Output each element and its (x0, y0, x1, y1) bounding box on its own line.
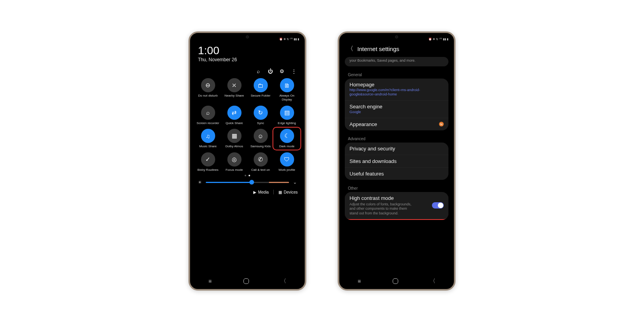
tile-bixby-routines[interactable]: ✓Bixby Routines (196, 152, 220, 172)
section-label-advanced: Advanced (345, 134, 448, 143)
tile-call-text[interactable]: ✆Call & text on (248, 152, 273, 172)
brightness-row: ☀ ⌄ (192, 176, 302, 187)
media-button[interactable]: ▶ Media (253, 190, 269, 194)
tile-dnd[interactable]: ⊖Do not disturb (196, 78, 220, 101)
nav-bar: ≡ 〈 (192, 276, 302, 287)
clock-date: Thu, November 26 (198, 57, 297, 62)
brightness-thumb[interactable] (249, 180, 254, 185)
power-icon[interactable]: ⏻ (267, 68, 273, 74)
tile-bixby-routines-icon[interactable]: ✓ (201, 152, 215, 166)
row-sites-downloads[interactable]: Sites and downloads (345, 155, 448, 167)
search-icon[interactable]: ⌕ (255, 68, 262, 74)
tile-secure-folder-icon[interactable]: 🗀 (254, 78, 268, 92)
brightness-slider[interactable] (206, 182, 289, 183)
tile-aod-label: Always On Display (275, 94, 299, 101)
quick-settings-grid: ⊖Do not disturb⤫Nearby Share🗀Secure Fold… (192, 76, 302, 172)
devices-button[interactable]: ▦ Devices (278, 190, 298, 194)
tile-dolby-atmos-label: Dolby Atmos (225, 145, 243, 148)
tile-edge-lighting-label: Edge lighting (278, 121, 296, 125)
tile-aod[interactable]: 🗎Always On Display (274, 78, 299, 101)
tile-samsung-kids-icon[interactable]: ☺ (254, 129, 268, 143)
tile-dnd-icon[interactable]: ⊖ (201, 78, 215, 92)
tile-edge-lighting[interactable]: ▤Edge lighting (274, 106, 299, 125)
home-button[interactable] (243, 278, 249, 284)
tile-bixby-routines-label: Bixby Routines (198, 168, 218, 172)
tile-nearby-share-label: Nearby Share (225, 94, 244, 98)
tile-quick-share[interactable]: ⇄Quick Share (222, 106, 247, 125)
chevron-down-icon[interactable]: ⌄ (293, 179, 297, 185)
tile-aod-icon[interactable]: 🗎 (280, 78, 294, 92)
tile-secure-folder-label: Secure Folder (251, 94, 270, 98)
row-search-engine[interactable]: Search engine Google (345, 100, 448, 118)
tile-sync-label: Sync (257, 121, 264, 125)
tile-music-share-label: Music Share (199, 145, 216, 148)
tile-screen-recorder-label: Screen recorder (197, 121, 219, 125)
tile-screen-recorder[interactable]: ⌕Screen recorder (196, 106, 220, 125)
row-title: High contrast mode (349, 195, 432, 201)
page-title: Internet settings (357, 46, 399, 52)
tile-work-profile[interactable]: 🛡Work profile (274, 152, 299, 172)
tile-sync-icon[interactable]: ↻ (254, 106, 268, 120)
home-button[interactable] (393, 278, 398, 284)
tile-focus-mode[interactable]: ◎Focus mode (222, 152, 247, 172)
row-appearance[interactable]: Appearance N (345, 118, 448, 130)
row-title: Search engine (349, 104, 444, 110)
tile-dark-mode-icon[interactable]: ☾ (280, 129, 294, 143)
tile-dnd-label: Do not disturb (198, 94, 218, 98)
tile-samsung-kids[interactable]: ☺Samsung Kids (248, 129, 273, 148)
new-badge-icon: N (439, 122, 444, 126)
more-icon[interactable]: ⋮ (291, 68, 297, 74)
media-label: Media (258, 190, 269, 194)
tile-quick-share-label: Quick Share (225, 121, 243, 125)
row-privacy-security[interactable]: Privacy and security (345, 143, 448, 155)
tile-call-text-icon[interactable]: ✆ (254, 152, 268, 166)
row-subtitle: http://www.google.com/m?client=ms-androi… (349, 88, 444, 97)
recents-button[interactable]: ≡ (209, 278, 212, 284)
phone-quick-settings: ⏰ ✻ ⇅ ᴸᵀᴱ ▮▮ ▮ 1:00 Thu, November 26 ⌕ ⏻… (188, 31, 306, 291)
row-high-contrast[interactable]: High contrast mode Adjust the colors of … (345, 192, 448, 220)
row-title: Useful features (349, 171, 444, 177)
tile-work-profile-icon[interactable]: 🛡 (280, 152, 294, 166)
row-title: Appearance (349, 121, 439, 127)
devices-label: Devices (284, 190, 298, 194)
settings-scroll[interactable]: your Bookmarks, Saved pages, and more. G… (342, 57, 452, 276)
row-subtitle: Google (349, 110, 444, 115)
status-icons: ⏰ ✻ ⇅ ᴸᵀᴱ ▮▮ ▮ (279, 38, 299, 41)
tile-music-share[interactable]: ♫Music Share (196, 129, 220, 148)
row-homepage[interactable]: Homepage http://www.google.com/m?client=… (345, 79, 448, 100)
front-camera (246, 35, 249, 38)
high-contrast-toggle[interactable] (432, 202, 444, 209)
row-title: Homepage (349, 82, 444, 88)
back-icon[interactable]: 〈 (347, 45, 353, 53)
tile-screen-recorder-icon[interactable]: ⌕ (201, 106, 215, 120)
separator (273, 190, 274, 194)
recents-button[interactable]: ≡ (358, 278, 361, 284)
sync-account-description: your Bookmarks, Saved pages, and more. (345, 57, 448, 66)
tile-dark-mode[interactable]: ☾Dark mode (274, 129, 299, 148)
tile-call-text-label: Call & text on (251, 168, 270, 172)
row-useful-features[interactable]: Useful features (345, 167, 448, 180)
tile-samsung-kids-label: Samsung Kids (251, 145, 271, 148)
grid-icon: ▦ (278, 190, 282, 194)
back-button[interactable]: 〈 (430, 278, 435, 285)
section-label-general: General (345, 70, 448, 79)
phone-internet-settings: ⏰ ✻ ⇅ ᴸᵀᴱ ▮▮ ▮ 〈 Internet settings your … (338, 31, 456, 291)
tile-nearby-share-icon[interactable]: ⤫ (227, 78, 242, 92)
row-title: Sites and downloads (349, 158, 444, 164)
tile-edge-lighting-icon[interactable]: ▤ (280, 106, 294, 120)
tile-focus-mode-icon[interactable]: ◎ (227, 152, 242, 166)
tile-dolby-atmos-icon[interactable]: ▦ (227, 129, 242, 143)
tile-dolby-atmos[interactable]: ▦Dolby Atmos (222, 129, 247, 148)
tile-nearby-share[interactable]: ⤫Nearby Share (222, 78, 247, 101)
gear-icon[interactable]: ⚙ (279, 68, 285, 74)
tile-music-share-icon[interactable]: ♫ (201, 129, 215, 143)
nav-bar: ≡ 〈 (342, 276, 452, 287)
back-button[interactable]: 〈 (281, 278, 286, 285)
tile-secure-folder[interactable]: 🗀Secure Folder (248, 78, 273, 101)
brightness-icon: ☀ (198, 180, 202, 185)
tile-focus-mode-label: Focus mode (225, 168, 243, 172)
tile-quick-share-icon[interactable]: ⇄ (227, 106, 242, 120)
status-icons: ⏰ ✻ ⇅ ᴸᵀᴱ ▮▮ ▮ (428, 38, 448, 41)
row-description: Adjust the colors of fonts, backgrounds,… (349, 202, 416, 216)
tile-sync[interactable]: ↻Sync (248, 106, 273, 125)
